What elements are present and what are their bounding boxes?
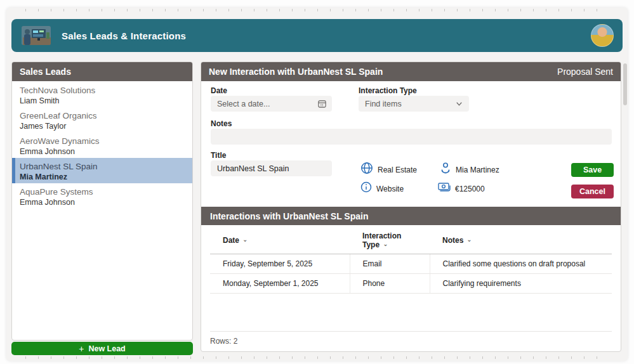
new-lead-label: New Lead	[88, 344, 125, 353]
deal-value-detail: €125000	[437, 179, 485, 195]
website-detail: Website	[360, 179, 404, 195]
calendar-icon[interactable]	[317, 99, 327, 108]
column-header-interaction-type[interactable]: Interaction Type	[350, 228, 430, 254]
sales-leads-header: Sales Leads	[12, 62, 192, 81]
website-label: Website	[376, 185, 404, 193]
table-row[interactable]: Friday, September 5, 2025 Email Clarifie…	[210, 254, 612, 274]
cell-date: Monday, September 1, 2025	[210, 274, 350, 294]
cell-date: Friday, September 5, 2025	[210, 254, 350, 274]
lead-list: TechNova Solutions Liam Smith GreenLeaf …	[12, 81, 192, 209]
lead-item-aerowave[interactable]: AeroWave Dynamics Emma Johnson	[12, 133, 192, 158]
column-header-notes[interactable]: Notes	[430, 228, 612, 254]
notes-label: Notes	[211, 119, 232, 128]
row-count: Rows: 2	[210, 337, 237, 346]
app-logo	[22, 26, 51, 45]
cancel-button[interactable]: Cancel	[571, 185, 614, 198]
cell-type: Email	[350, 254, 430, 274]
interaction-type-combobox[interactable]	[359, 96, 469, 112]
interaction-type-label: Interaction Type	[359, 86, 417, 95]
plus-icon: +	[79, 344, 84, 353]
lead-item-greenleaf[interactable]: GreenLeaf Organics James Taylor	[12, 107, 192, 133]
lead-company: AquaPure Systems	[20, 186, 185, 198]
table-row[interactable]: Monday, September 1, 2025 Phone Clarifyi…	[210, 274, 612, 294]
sales-leads-panel: Sales Leads TechNova Solutions Liam Smit…	[11, 62, 193, 341]
interactions-header: Interactions with UrbanNest SL Spain	[201, 207, 621, 225]
interactions-title: Interactions with UrbanNest SL Spain	[210, 211, 368, 221]
table-footer-divider	[210, 331, 612, 332]
lead-company: TechNova Solutions	[20, 85, 185, 96]
column-header-date[interactable]: Date	[210, 228, 350, 254]
scrollbar-thumb[interactable]	[623, 63, 627, 105]
lead-contact: Liam Smith	[20, 96, 185, 107]
lead-contact: James Taylor	[20, 122, 185, 132]
contact-detail: Mia Martinez	[439, 160, 499, 176]
lead-contact: Mia Martinez	[20, 172, 185, 183]
person-icon	[439, 162, 452, 174]
money-icon	[437, 181, 451, 193]
notes-input[interactable]	[211, 129, 612, 145]
cell-type: Phone	[350, 274, 430, 294]
date-field-wrap	[211, 96, 332, 112]
date-input[interactable]	[211, 96, 332, 112]
sales-leads-title: Sales Leads	[20, 67, 71, 77]
lead-company: UrbanNest SL Spain	[20, 161, 185, 172]
cell-notes: Clarifying requirements	[430, 274, 612, 294]
deal-value-label: €125000	[455, 185, 485, 193]
design-canvas: Sales Leads & Interactions Sales Leads T…	[6, 8, 628, 361]
new-lead-button[interactable]: + New Lead	[11, 342, 193, 355]
save-button[interactable]: Save	[571, 163, 614, 177]
form-header: New Interaction with UrbanNest SL Spain …	[201, 62, 621, 81]
interaction-form-panel: New Interaction with UrbanNest SL Spain …	[201, 62, 621, 352]
form-title: New Interaction with UrbanNest SL Spain	[209, 67, 383, 77]
app-title: Sales Leads & Interactions	[62, 30, 186, 41]
status-badge: Proposal Sent	[557, 67, 613, 77]
user-avatar[interactable]	[591, 24, 614, 47]
globe-icon	[360, 161, 374, 175]
app-screenshot: Sales Leads & Interactions Sales Leads T…	[0, 0, 634, 364]
lead-company: AeroWave Dynamics	[20, 136, 185, 147]
table-header-row: Date Interaction Type Notes	[210, 228, 612, 254]
info-icon	[360, 181, 373, 193]
lead-company: GreenLeaf Organics	[20, 110, 185, 122]
cell-notes: Clarified some questions on draft propos…	[430, 254, 612, 274]
lead-item-aquapure[interactable]: AquaPure Systems Emma Johnson	[12, 183, 192, 209]
interactions-table: Date Interaction Type Notes Friday, Sept…	[210, 228, 612, 294]
industry-label: Real Estate	[378, 166, 417, 174]
interaction-type-wrap	[359, 96, 469, 112]
lead-contact: Emma Johnson	[20, 198, 185, 208]
lead-item-technova[interactable]: TechNova Solutions Liam Smith	[12, 82, 192, 107]
title-input[interactable]	[211, 160, 332, 176]
ruler-ticks-bottom	[25, 356, 609, 359]
ruler-ticks-top	[25, 9, 609, 11]
industry-detail: Real Estate	[360, 160, 417, 176]
chevron-down-icon[interactable]	[454, 99, 464, 108]
title-label: Title	[211, 151, 226, 160]
app-header: Sales Leads & Interactions	[11, 19, 623, 52]
date-label: Date	[211, 86, 227, 95]
lead-contact: Emma Johnson	[20, 147, 185, 157]
contact-label: Mia Martinez	[456, 166, 499, 174]
lead-item-urbannest-selected[interactable]: UrbanNest SL Spain Mia Martinez	[12, 158, 192, 183]
